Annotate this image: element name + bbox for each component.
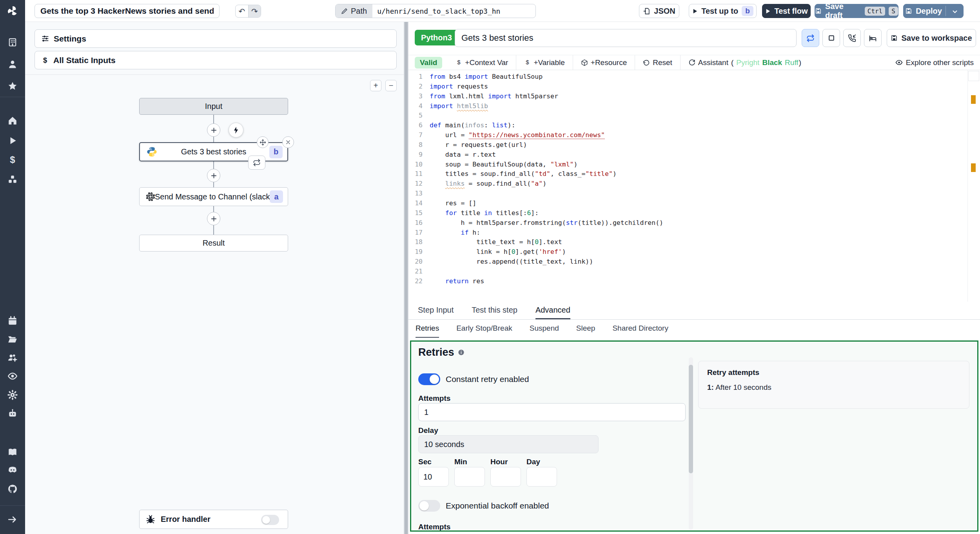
deploy-button[interactable]: Deploy	[903, 4, 964, 18]
subtab-suspend[interactable]: Suspend	[530, 320, 559, 338]
slack-icon	[146, 192, 155, 201]
sidebar-divider	[0, 505, 25, 506]
day-label: Day	[526, 458, 540, 466]
json-button[interactable]: JSON	[639, 4, 679, 18]
add-step-button[interactable]	[207, 123, 220, 137]
subtab-early-stop[interactable]: Early Stop/Break	[456, 320, 512, 338]
exponential-backoff-toggle[interactable]	[418, 500, 440, 512]
assistant-button[interactable]: Assistant ( Pyright Black Ruff )	[681, 58, 809, 67]
step-name-input[interactable]	[455, 29, 797, 47]
collapse-arrow-right-icon[interactable]	[7, 514, 18, 525]
add-step-button[interactable]	[207, 169, 220, 182]
day-input[interactable]	[526, 467, 557, 487]
sleep-button[interactable]	[864, 29, 882, 47]
delay-label: Delay	[418, 426, 438, 435]
windmill-logo[interactable]	[0, 0, 25, 22]
paren: )	[799, 58, 801, 67]
trigger-bolt-button[interactable]	[229, 123, 243, 138]
arrows-move-icon	[260, 139, 266, 146]
move-step-button[interactable]	[257, 136, 269, 148]
dollar-icon: $	[524, 59, 531, 66]
attempts-input[interactable]	[418, 403, 686, 421]
retries-scrollbar-thumb[interactable]	[689, 365, 693, 473]
save-draft-button[interactable]: Save draft Ctrl S	[815, 4, 898, 18]
add-context-var-button[interactable]: $ +Context Var	[448, 58, 516, 67]
code-area[interactable]: 1from bs4 import BeautifulSoup2import re…	[408, 72, 965, 286]
workers-robot-icon[interactable]	[7, 408, 18, 418]
hour-input[interactable]	[490, 467, 521, 487]
folders-icon[interactable]	[7, 334, 18, 344]
dollar-icon: $	[41, 56, 49, 64]
warning-marker	[971, 163, 976, 172]
tab-advanced[interactable]: Advanced	[535, 302, 570, 319]
undo-button[interactable]: ↶	[236, 5, 248, 17]
star-icon[interactable]	[7, 81, 18, 91]
zoom-out-button[interactable]: −	[385, 80, 397, 91]
tab-step-input[interactable]: Step Input	[418, 302, 454, 319]
tab-test-this-step[interactable]: Test this step	[472, 302, 517, 319]
branch-button[interactable]	[822, 29, 840, 47]
reset-button[interactable]: Reset	[635, 58, 680, 67]
schedules-calendar-icon[interactable]	[7, 316, 18, 326]
paren: (	[731, 58, 733, 67]
info-icon[interactable]	[458, 349, 465, 356]
code-editor[interactable]: 1from bs4 import BeautifulSoup2import re…	[408, 70, 980, 302]
explore-other-scripts-button[interactable]: Explore other scripts	[895, 58, 974, 67]
flow-settings-button[interactable]: Settings	[34, 29, 397, 48]
svg-text:$: $	[526, 59, 530, 65]
discord-icon[interactable]	[7, 465, 18, 475]
subtab-sleep[interactable]: Sleep	[576, 320, 595, 338]
workspace-icon[interactable]	[7, 37, 18, 47]
panel-splitter[interactable]	[404, 22, 408, 534]
result-node[interactable]: Result	[139, 235, 288, 252]
github-icon[interactable]	[7, 484, 18, 494]
subtab-retries[interactable]: Retries	[416, 320, 439, 338]
test-flow-button[interactable]: Test flow	[762, 4, 811, 18]
error-handler-toggle[interactable]	[261, 515, 279, 525]
docs-book-icon[interactable]	[7, 447, 18, 457]
delete-step-button[interactable]	[282, 136, 294, 148]
settings-gear-icon[interactable]	[7, 390, 18, 400]
error-handler-node[interactable]: Error handler	[139, 510, 288, 529]
step-a-node[interactable]: Send Message to Channel (slack) a	[139, 187, 288, 206]
flow-title-input[interactable]	[34, 4, 220, 18]
wrap-loop-button[interactable]	[248, 156, 265, 170]
subtab-shared-directory[interactable]: Shared Directory	[612, 320, 668, 338]
sliders-icon	[41, 34, 49, 43]
suspend-approval-button[interactable]	[843, 29, 861, 47]
add-variable-button[interactable]: $ +Variable	[516, 58, 572, 67]
save-to-workspace-button[interactable]: Save to workspace	[887, 29, 976, 47]
pencil-icon	[341, 7, 348, 14]
add-step-button[interactable]	[207, 212, 220, 225]
add-resource-button[interactable]: +Resource	[573, 58, 635, 67]
audit-eye-icon[interactable]	[7, 371, 18, 381]
user-icon[interactable]	[7, 59, 18, 69]
zoom-in-button[interactable]: +	[370, 80, 381, 91]
flow-canvas[interactable]: Settings $ All Static Inputs + − Input G…	[25, 22, 404, 534]
constant-retry-toggle[interactable]	[418, 373, 440, 385]
runs-play-icon[interactable]	[7, 136, 18, 146]
groups-users-gear-icon[interactable]	[7, 353, 18, 363]
all-static-inputs-button[interactable]: $ All Static Inputs	[34, 51, 397, 69]
top-toolbar: ↶ ↷ Path u/henri/send_to_slack_top3_hn J…	[25, 0, 980, 22]
path-label: Path	[336, 4, 372, 18]
resources-icon[interactable]	[7, 174, 18, 185]
language-badge: Python3	[415, 30, 458, 45]
home-icon[interactable]	[7, 116, 18, 126]
variables-dollar-icon[interactable]: $	[7, 155, 18, 165]
chevron-down-icon[interactable]	[951, 8, 958, 15]
square-icon	[828, 34, 835, 42]
sec-input[interactable]	[418, 467, 449, 487]
path-value[interactable]: u/henri/send_to_slack_top3_hn	[372, 4, 505, 18]
retry-attempts-line: 1: After 10 seconds	[707, 383, 960, 392]
retry-attempts-card: Retry attempts 1: After 10 seconds	[698, 361, 969, 409]
loop-toggle-button[interactable]	[802, 29, 819, 47]
min-input[interactable]	[454, 467, 485, 487]
step-a-title: Send Message to Channel (slack)	[155, 192, 272, 201]
step-a-badge: a	[270, 190, 283, 203]
test-up-to-button[interactable]: Test up to b	[689, 4, 757, 18]
redo-button[interactable]: ↷	[248, 5, 261, 17]
path-field[interactable]: Path u/henri/send_to_slack_top3_hn	[335, 4, 536, 18]
input-node[interactable]: Input	[139, 98, 288, 115]
assistant-black-label: Black	[762, 58, 782, 67]
